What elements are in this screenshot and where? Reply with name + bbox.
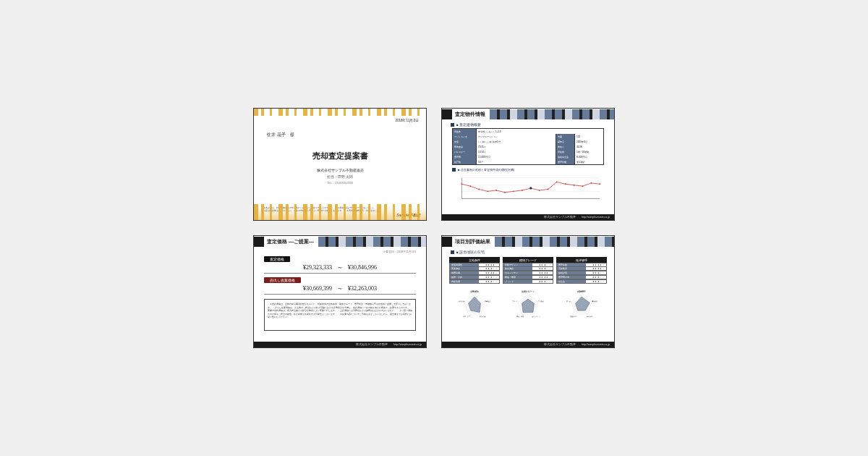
slide-header: 査定物件情報 [442, 109, 614, 120]
svg-marker-43 [522, 299, 535, 312]
header-stripes [318, 237, 426, 247]
tilde-icon: 〜 [338, 286, 342, 292]
header-stripes [495, 237, 614, 247]
slide-property-info: 査定物件情報 ■ 査定建物概要 所在地東京都〇〇区〇〇1-2-3マンション名サン… [441, 108, 615, 221]
svg-point-18 [556, 182, 558, 183]
listing-high: ¥32,263,003 [348, 285, 377, 292]
svg-point-13 [513, 190, 514, 192]
appraisal-low: ¥29,323,333 [303, 264, 332, 271]
company-name: 株式会社サンプル不動産販売 [254, 168, 426, 172]
skyline-decor-bottom [254, 204, 426, 220]
doc-title: 売却査定提案書 [254, 151, 426, 161]
radar-chart: 立地条件交通利便性商業施設教育環境医療・公共自然環境 [449, 288, 500, 321]
rep-name: 担当：田野 太郎 [254, 175, 426, 179]
footer-company: 株式会社サンプル不動産 [544, 343, 576, 346]
svg-point-7 [461, 183, 462, 185]
table-row: 専有面積70.25㎡間取り3LDK [453, 144, 603, 149]
footer-url: http://sample-estate.co.jp [582, 216, 610, 219]
header-box-icon [442, 237, 452, 247]
label-appraisal: 査定価格 [264, 256, 290, 262]
client-name: 住井 花子 様 [267, 132, 294, 138]
price-trend-chart [452, 173, 604, 205]
svg-point-10 [487, 190, 488, 192]
section-sub: ■ 該当地区の分類 [451, 250, 614, 254]
svg-text:共用施設: 共用施設 [538, 300, 544, 302]
svg-point-8 [469, 185, 471, 187]
svg-point-16 [539, 190, 540, 191]
svg-marker-31 [469, 297, 481, 312]
slide-title: 査定物件情報 [455, 111, 485, 118]
eval-column: 維持管理管理体制★★★★☆清掃状況★★★★☆修繕計画★★★☆☆管理費水準★★★☆… [556, 257, 607, 284]
eval-column: 立地条件交通利便性★★★★☆商業施設★★★☆☆教育環境★★★★☆医療・公共★★★… [449, 257, 500, 284]
svg-point-17 [548, 189, 549, 190]
explanation-text: ・本査定価格は、近隣の取引事例比較法を中心に、対象物件の立地条件・建物グレード・… [264, 299, 416, 331]
svg-point-9 [478, 189, 480, 190]
svg-point-12 [504, 192, 506, 193]
footer-company: 株式会社サンプル不動産 [544, 216, 576, 219]
skyline-decor-top [254, 109, 426, 116]
table-row: バルコニー10.50㎡所在階5階 / 10階建 [453, 149, 603, 154]
table-row: 総戸数50戸管理形態全部委託 [453, 159, 603, 164]
svg-text:清掃状況: 清掃状況 [592, 300, 597, 302]
table-row: 管理費12,000円/月修繕積立金8,500円/月 [453, 154, 603, 159]
svg-point-24 [529, 187, 532, 189]
slide-header: 項目別評価結果 [442, 236, 614, 248]
svg-point-22 [590, 182, 592, 184]
slide-grid: 2018年11月2日 住井 花子 様 売却査定提案書 株式会社サンプル不動産販売… [253, 108, 615, 348]
slide-cover: 2018年11月2日 住井 花子 様 売却査定提案書 株式会社サンプル不動産販売… [253, 108, 427, 221]
svg-text:外観デザイン: 外観デザイン [524, 290, 532, 292]
appraisal-date-note: ※査定日：2018年11月1日 [264, 250, 416, 253]
svg-text:商業施設: 商業施設 [485, 300, 490, 302]
svg-text:自然環境: 自然環境 [459, 300, 464, 302]
svg-text:セキュリティ: セキュリティ [532, 316, 540, 318]
eval-column: 建物グレード外観デザイン★★★☆☆共用施設★★★☆☆セキュリティ★★★★☆構造・… [503, 257, 553, 284]
header-box-icon [442, 109, 452, 119]
appraisal-high: ¥30,846,996 [348, 264, 377, 271]
svg-text:修繕計画: 修繕計画 [587, 316, 592, 318]
svg-marker-55 [576, 297, 590, 311]
section-sub: ■ 査定建物概要 [451, 123, 614, 127]
appraisal-range: ¥29,323,333 〜 ¥30,846,996 [264, 264, 416, 274]
svg-text:管理体制: 管理体制 [579, 290, 584, 292]
slide-header: 査定価格 ―ご提案― [254, 236, 426, 248]
svg-text:教育環境: 教育環境 [480, 316, 485, 318]
table-row: マンション名サンプルマンション号室101 [453, 134, 603, 139]
table-row: 所在地東京都〇〇区〇〇1-2-3 [453, 129, 603, 134]
footer-url: http://sample-estate.co.jp [582, 343, 610, 346]
slide-footer: 株式会社サンプル不動産 http://sample-estate.co.jp [442, 342, 614, 347]
svg-text:交通利便性: 交通利便性 [471, 290, 478, 292]
slide-title: 項目別評価結果 [455, 238, 490, 245]
svg-point-11 [495, 190, 497, 191]
footer-url: http://sample-estate.co.jp [393, 343, 422, 346]
chart-title: ■ 過去事例の推移と査定物件成約価格(近隣) [452, 168, 604, 172]
svg-text:管理費水準: 管理費水準 [570, 316, 577, 318]
slide-footer: 株式会社サンプル不動産 http://sample-estate.co.jp [442, 214, 614, 220]
svg-point-21 [582, 185, 583, 187]
header-stripes [490, 109, 614, 119]
radar-chart: 維持管理管理体制清掃状況修繕計画管理費水準積立金 [556, 288, 607, 321]
svg-point-19 [565, 183, 566, 185]
tilde-icon: 〜 [338, 265, 342, 271]
svg-point-20 [574, 185, 575, 186]
slide-appraisal-price: 査定価格 ―ご提案― ※査定日：2018年11月1日 査定価格 ¥29,323,… [253, 235, 427, 348]
property-table: 所在地東京都〇〇区〇〇1-2-3マンション名サンプルマンション号室101交通〇〇… [452, 128, 604, 165]
slide-footer: 株式会社サンプル不動産 http://sample-estate.co.jp [254, 342, 426, 347]
slide-evaluation: 項目別評価結果 ■ 該当地区の分類 立地条件交通利便性★★★★☆商業施設★★★☆… [441, 235, 615, 348]
svg-text:積立金: 積立金 [566, 300, 571, 302]
radar-charts: 立地条件交通利便性商業施設教育環境医療・公共自然環境建物グレード外観デザイン共用… [449, 288, 607, 321]
table-row: 交通〇〇線 〇〇駅 徒歩5分築年月2005年3月 [453, 139, 603, 144]
radar-chart: 建物グレード外観デザイン共用施設セキュリティ構造・耐震ブランド [503, 288, 553, 321]
listing-range: ¥30,669,399 〜 ¥32,263,003 [264, 285, 416, 295]
issue-date: 2018年11月2日 [395, 119, 419, 122]
svg-text:構造・耐震: 構造・耐震 [516, 316, 524, 318]
footer-company: 株式会社サンプル不動産 [356, 343, 388, 346]
svg-text:医療・公共: 医療・公共 [463, 316, 470, 318]
header-box-icon [254, 237, 264, 247]
svg-point-23 [599, 183, 600, 185]
svg-text:ブランド: ブランド [512, 300, 518, 302]
slide-title: 査定価格 ―ご提案― [267, 238, 314, 245]
svg-point-14 [522, 190, 523, 191]
listing-low: ¥30,669,399 [303, 285, 332, 292]
eval-columns: 立地条件交通利便性★★★★☆商業施設★★★☆☆教育環境★★★★☆医療・公共★★★… [449, 257, 607, 284]
phone: TEL：03-0000-0000 [254, 181, 426, 185]
